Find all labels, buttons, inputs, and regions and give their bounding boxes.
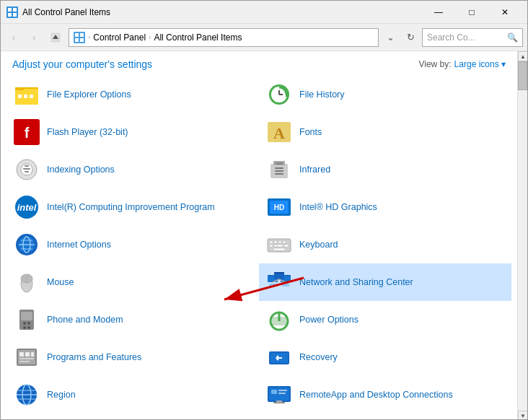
svg-rect-97: [276, 401, 282, 403]
svg-rect-72: [21, 312, 32, 320]
infrared-icon: [266, 157, 292, 183]
region-icon: [14, 382, 40, 408]
svg-rect-28: [25, 165, 29, 167]
svg-rect-10: [80, 38, 84, 42]
file-explorer-options-icon: [14, 82, 40, 108]
svg-rect-34: [275, 167, 283, 169]
list-item[interactable]: HD Intel® HD Graphics: [259, 188, 511, 226]
back-button[interactable]: ‹: [5, 29, 22, 46]
indexing-options-label: Indexing Options: [47, 164, 115, 175]
svg-rect-3: [8, 13, 12, 17]
minimize-button[interactable]: —: [422, 1, 455, 24]
svg-rect-54: [274, 245, 277, 247]
forward-button[interactable]: ›: [25, 29, 43, 46]
scroll-track[interactable]: [518, 61, 527, 411]
content-header: Adjust your computer's settings View by:…: [1, 51, 517, 76]
intel-hd-graphics-label: Intel® HD Graphics: [299, 201, 377, 213]
title-bar: All Control Panel Items — □ ✕: [1, 1, 527, 24]
recovery-icon: [266, 344, 292, 370]
power-options-icon: [266, 307, 292, 333]
breadcrumb-bar[interactable]: › Control Panel › All Control Panel Item…: [69, 28, 379, 47]
list-item[interactable]: Phone and Modem: [6, 301, 259, 338]
breadcrumb-sep-1: ›: [88, 33, 90, 41]
items-container: File Explorer Options File History: [1, 76, 517, 414]
list-item[interactable]: Keyboard: [259, 226, 511, 263]
breadcrumb-control-panel[interactable]: Control Panel: [93, 32, 146, 43]
list-item[interactable]: File History: [259, 76, 511, 113]
intel-computing-icon: intel: [14, 194, 40, 220]
scroll-up-button[interactable]: ▲: [518, 51, 528, 61]
svg-rect-100: [278, 393, 286, 394]
svg-text:intel: intel: [17, 202, 37, 213]
dropdown-button[interactable]: ⌄: [382, 29, 399, 46]
fonts-label: Fonts: [299, 126, 322, 138]
svg-rect-35: [275, 170, 283, 172]
intel-hd-graphics-icon: HD: [266, 194, 292, 220]
up-button[interactable]: [45, 27, 66, 48]
mouse-icon: [14, 269, 40, 295]
svg-rect-57: [273, 248, 285, 250]
control-panel-icon: [74, 32, 85, 43]
svg-point-75: [23, 326, 26, 329]
svg-rect-55: [277, 245, 283, 247]
view-by-container: View by: Large icons ▾: [418, 59, 506, 69]
maximize-button[interactable]: □: [455, 1, 488, 24]
list-item[interactable]: Power Options: [259, 301, 511, 338]
fonts-icon: A: [266, 119, 292, 145]
power-options-label: Power Options: [299, 314, 358, 325]
internet-options-icon: [14, 232, 40, 258]
scroll-thumb[interactable]: [518, 61, 527, 90]
svg-rect-86: [19, 361, 30, 362]
app-icon: [6, 6, 18, 18]
svg-rect-52: [283, 241, 286, 243]
svg-rect-8: [80, 33, 84, 37]
close-button[interactable]: ✕: [488, 1, 522, 24]
list-item[interactable]: intel Intel(R) Computing Improvement Pro…: [6, 188, 259, 226]
network-sharing-label: Network and Sharing Center: [299, 276, 413, 288]
svg-rect-30: [25, 171, 29, 172]
list-item[interactable]: Recovery: [259, 338, 511, 376]
svg-rect-7: [75, 33, 79, 37]
remoteapp-icon: [266, 382, 292, 408]
list-item[interactable]: Internet Options: [6, 226, 259, 263]
svg-rect-66: [274, 274, 284, 279]
items-grid: File Explorer Options File History: [1, 76, 517, 414]
search-icon: 🔍: [507, 32, 518, 43]
indexing-options-icon: [14, 157, 40, 183]
list-item[interactable]: RemoteApp and Desktop Connections: [259, 376, 511, 414]
list-item[interactable]: Infrared: [259, 151, 511, 188]
svg-rect-53: [270, 245, 273, 247]
svg-rect-99: [278, 390, 287, 391]
svg-rect-51: [278, 241, 281, 243]
svg-point-73: [23, 322, 26, 325]
programs-features-icon: [14, 344, 40, 370]
file-explorer-options-label: File Explorer Options: [47, 89, 131, 100]
breadcrumb-current: All Control Panel Items: [154, 32, 242, 43]
svg-rect-2: [13, 8, 17, 12]
refresh-button[interactable]: ↻: [402, 29, 419, 46]
view-by-value[interactable]: Large icons ▾: [454, 59, 506, 69]
list-item[interactable]: Programs and Features: [6, 338, 259, 376]
recovery-label: Recovery: [299, 351, 338, 363]
scroll-down-button[interactable]: ▼: [518, 411, 528, 420]
svg-rect-4: [13, 13, 17, 17]
svg-rect-14: [18, 95, 22, 98]
search-box[interactable]: Search Co... 🔍: [422, 28, 523, 47]
list-item[interactable]: Network and Sharing Center: [259, 263, 511, 301]
programs-features-label: Programs and Features: [47, 351, 141, 363]
svg-rect-50: [274, 241, 277, 243]
view-by-label: View by:: [418, 59, 451, 69]
title-bar-text: All Control Panel Items: [22, 7, 422, 17]
list-item[interactable]: Indexing Options: [6, 151, 259, 188]
list-item[interactable]: File Explorer Options: [6, 76, 259, 113]
phone-modem-icon: [14, 307, 40, 333]
keyboard-icon: [266, 232, 292, 258]
list-item[interactable]: f Flash Player (32-bit): [6, 113, 259, 151]
list-item[interactable]: A Fonts: [259, 113, 511, 151]
list-item[interactable]: Mouse: [6, 263, 259, 301]
svg-rect-69: [269, 284, 276, 286]
list-item[interactable]: Region: [6, 376, 259, 414]
content-area: Adjust your computer's settings View by:…: [1, 51, 517, 420]
remoteapp-label: RemoteApp and Desktop Connections: [299, 389, 453, 401]
region-label: Region: [47, 389, 76, 401]
